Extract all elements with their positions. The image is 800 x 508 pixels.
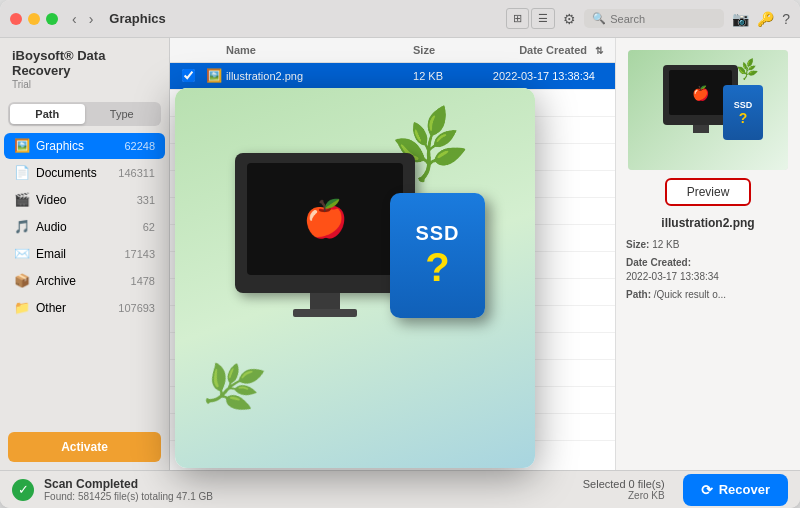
preview-date-row: Date Created: 2022-03-17 13:38:34	[626, 256, 790, 284]
preview-image-container: 🍎 SSD ? 🌿	[628, 50, 788, 170]
scan-info: Scan Completed Found: 581425 file(s) tot…	[44, 477, 573, 502]
table-row[interactable]: 🖼️ illustration2.png 12 KB 2022-03-17 13…	[170, 63, 615, 90]
file-name: illustration2.png	[226, 70, 363, 82]
popup-image: 🌿 🌿 🍎 SSD ?	[175, 88, 535, 468]
sidebar-item-label: Audio	[36, 220, 143, 234]
sidebar-item-label: Video	[36, 193, 137, 207]
tab-type[interactable]: Type	[85, 104, 160, 124]
selected-size: Zero KB	[583, 490, 665, 501]
documents-icon: 📄	[14, 165, 30, 181]
file-icon: 🖼️	[206, 68, 222, 84]
file-date: 2022-03-17 13:38:34	[443, 70, 603, 82]
file-list-header: Name Size Date Created ⇅	[170, 38, 615, 63]
forward-button[interactable]: ›	[85, 9, 98, 29]
maximize-button[interactable]	[46, 13, 58, 25]
sidebar-header: iBoysoft® Data Recovery Trial	[0, 38, 169, 96]
list-view-button[interactable]: ☰	[531, 8, 555, 29]
header-size: Size	[355, 44, 435, 56]
tab-path[interactable]: Path	[10, 104, 85, 124]
sidebar-item-audio[interactable]: 🎵 Audio 62	[4, 214, 165, 240]
email-icon: ✉️	[14, 246, 30, 262]
audio-icon: 🎵	[14, 219, 30, 235]
sidebar-item-graphics[interactable]: 🖼️ Graphics 62248	[4, 133, 165, 159]
row-checkbox[interactable]	[182, 69, 195, 82]
sidebar-item-label: Email	[36, 247, 124, 261]
sort-icon: ⇅	[595, 45, 603, 56]
size-label: Size:	[626, 239, 649, 250]
other-icon: 📁	[14, 300, 30, 316]
sidebar-item-label: Archive	[36, 274, 131, 288]
selected-info: Selected 0 file(s) Zero KB	[583, 478, 665, 501]
sidebar-item-video[interactable]: 🎬 Video 331	[4, 187, 165, 213]
file-size: 12 KB	[363, 70, 443, 82]
scan-subtitle: Found: 581425 file(s) totaling 47.1 GB	[44, 491, 573, 502]
recover-label: Recover	[719, 482, 770, 497]
sidebar-item-count: 62	[143, 221, 155, 233]
preview-path-row: Path: /Quick result o...	[626, 288, 790, 302]
title-bar: ‹ › Graphics ⊞ ☰ ⚙ 🔍 📷 🔑 ?	[0, 0, 800, 38]
date-label: Date Created:	[626, 257, 691, 268]
recover-icon: ⟳	[701, 482, 713, 498]
traffic-lights	[10, 13, 58, 25]
window-title: Graphics	[109, 11, 506, 26]
sidebar-item-label: Documents	[36, 166, 118, 180]
close-button[interactable]	[10, 13, 22, 25]
back-button[interactable]: ‹	[68, 9, 81, 29]
grid-view-button[interactable]: ⊞	[506, 8, 529, 29]
preview-panel: 🍎 SSD ? 🌿 Preview illustration2.png	[615, 38, 800, 470]
search-input[interactable]	[610, 13, 716, 25]
view-toggle: ⊞ ☰	[506, 8, 555, 29]
search-bar: 🔍	[584, 9, 724, 28]
scan-title: Scan Completed	[44, 477, 573, 491]
graphics-icon: 🖼️	[14, 138, 30, 154]
header-name: Name	[226, 44, 355, 56]
preview-button[interactable]: Preview	[665, 178, 752, 206]
title-bar-actions: ⊞ ☰ ⚙ 🔍 📷 🔑 ?	[506, 8, 790, 29]
minimize-button[interactable]	[28, 13, 40, 25]
nav-buttons: ‹ ›	[68, 9, 97, 29]
selected-files: Selected 0 file(s)	[583, 478, 665, 490]
sidebar-item-label: Other	[36, 301, 118, 315]
path-label: Path:	[626, 289, 651, 300]
key-icon-button[interactable]: 🔑	[757, 11, 774, 27]
archive-icon: 📦	[14, 273, 30, 289]
preview-thumb: 🍎 SSD ? 🌿	[628, 50, 788, 170]
status-bar: ✓ Scan Completed Found: 581425 file(s) t…	[0, 470, 800, 508]
sidebar-item-documents[interactable]: 📄 Documents 146311	[4, 160, 165, 186]
help-button[interactable]: ?	[782, 11, 790, 27]
size-value: 12 KB	[652, 239, 679, 250]
search-icon: 🔍	[592, 12, 606, 25]
popup-overlay: 🌿 🌿 🍎 SSD ?	[175, 88, 535, 468]
camera-icon-button[interactable]: 📷	[732, 11, 749, 27]
sidebar-item-count: 1478	[131, 275, 155, 287]
preview-filename: illustration2.png	[661, 216, 754, 230]
sidebar-item-email[interactable]: ✉️ Email 17143	[4, 241, 165, 267]
sidebar-item-archive[interactable]: 📦 Archive 1478	[4, 268, 165, 294]
activate-button[interactable]: Activate	[8, 432, 161, 462]
recover-button[interactable]: ⟳ Recover	[683, 474, 788, 506]
sidebar-tabs: Path Type	[8, 102, 161, 126]
sidebar-item-label: Graphics	[36, 139, 124, 153]
preview-size-row: Size: 12 KB	[626, 238, 790, 252]
preview-meta: Size: 12 KB Date Created: 2022-03-17 13:…	[626, 238, 790, 306]
sidebar-item-count: 62248	[124, 140, 155, 152]
sidebar-item-count: 107693	[118, 302, 155, 314]
sidebar-item-count: 146311	[118, 167, 155, 179]
sidebar-item-other[interactable]: 📁 Other 107693	[4, 295, 165, 321]
sidebar-item-count: 331	[137, 194, 155, 206]
sidebar-items: 🖼️ Graphics 62248 📄 Documents 146311 🎬 V…	[0, 132, 169, 424]
sidebar-footer: Activate	[0, 424, 169, 470]
sidebar-item-count: 17143	[124, 248, 155, 260]
sidebar: iBoysoft® Data Recovery Trial Path Type …	[0, 38, 170, 470]
filter-button[interactable]: ⚙	[563, 11, 576, 27]
video-icon: 🎬	[14, 192, 30, 208]
scan-complete-icon: ✓	[12, 479, 34, 501]
header-date: Date Created	[435, 44, 595, 56]
path-value: /Quick result o...	[654, 289, 726, 300]
date-value: 2022-03-17 13:38:34	[626, 270, 790, 284]
app-subtitle: Trial	[12, 79, 157, 90]
app-title: iBoysoft® Data Recovery	[12, 48, 157, 78]
